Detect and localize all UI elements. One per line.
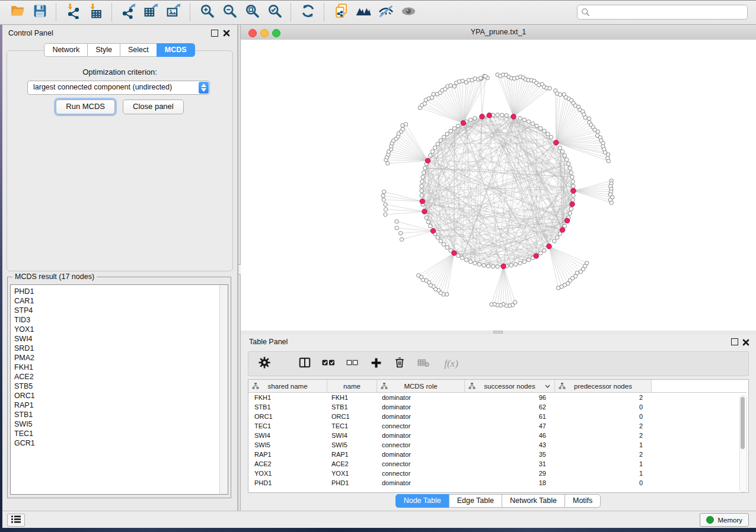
table-cell[interactable]: dominator [377,402,465,412]
task-history-button[interactable] [7,514,25,527]
table-cell[interactable]: SWI5 [327,440,377,450]
graph-node[interactable] [384,203,387,206]
table-cell[interactable]: 29 [465,469,555,478]
refresh-view-button[interactable] [296,2,319,23]
float-panel-icon[interactable] [211,30,218,37]
graph-node[interactable] [401,127,404,131]
graph-node[interactable] [384,213,387,216]
table-cell[interactable]: 47 [465,421,555,431]
graph-node[interactable] [556,286,560,290]
table-cell[interactable]: connector [377,421,465,431]
table-cell[interactable]: ORC1 [248,412,327,421]
graph-node[interactable] [505,114,508,117]
graph-node[interactable] [420,180,424,183]
zoom-in-button[interactable] [196,2,218,23]
save-session-button[interactable] [28,2,51,23]
mcds-result-item[interactable]: YOX1 [11,325,219,334]
graph-node[interactable] [457,254,460,257]
mcds-dominator-node[interactable] [554,140,559,145]
table-cell[interactable]: dominator [377,393,465,402]
graph-node[interactable] [563,153,566,157]
graph-node[interactable] [420,194,423,197]
table-settings-button[interactable] [256,355,273,373]
graph-node[interactable] [569,171,573,174]
graph-node[interactable] [522,260,526,264]
graph-node[interactable] [543,129,546,133]
table-cell[interactable]: connector [377,440,465,450]
graph-node[interactable] [596,130,599,133]
graph-node[interactable] [572,184,575,188]
table-cell[interactable]: 1 [555,459,652,469]
mcds-result-item[interactable]: RAP1 [11,400,219,410]
mcds-dominator-node[interactable] [480,114,484,119]
graph-node[interactable] [429,224,432,227]
tab-style[interactable]: Style [87,43,120,57]
table-row[interactable]: RAP1RAP1dominator352 [248,450,748,459]
table-cell[interactable]: TEC1 [327,421,377,431]
mcds-result-item[interactable]: PHD1 [11,287,219,296]
table-scrollbar[interactable] [739,395,747,492]
table-cell[interactable]: connector [377,459,465,469]
delete-column-button[interactable] [391,355,409,373]
table-cell[interactable]: 31 [465,459,555,469]
mcds-result-item[interactable]: ORC1 [11,391,219,400]
column-visibility-button[interactable] [296,355,314,373]
tab-node-table[interactable]: Node Table [395,494,449,508]
graph-node[interactable] [426,220,430,223]
table-cell[interactable]: STB1 [248,402,327,412]
mcds-dominator-node[interactable] [501,264,506,268]
graph-node[interactable] [571,180,575,183]
graph-node[interactable] [445,246,449,249]
column-header-name[interactable]: name [327,380,377,393]
graph-node[interactable] [543,249,546,252]
mcds-result-item[interactable]: CAR1 [11,296,219,306]
graph-node[interactable] [468,118,472,121]
table-cell[interactable]: 0 [555,478,652,488]
graph-node[interactable] [583,116,587,119]
graph-node[interactable] [442,242,445,246]
table-row[interactable]: ACE2ACE2connector311 [248,459,748,469]
mcds-result-item[interactable]: SWI5 [11,419,219,429]
tab-motifs[interactable]: Motifs [564,494,601,508]
table-cell[interactable]: SWI4 [248,431,327,440]
table-cell[interactable]: dominator [377,431,465,440]
open-file-button[interactable] [6,2,28,23]
graph-node[interactable] [417,274,420,277]
zoom-selected-button[interactable] [263,2,286,23]
mcds-dominator-node[interactable] [570,202,575,207]
mcds-result-item[interactable]: STP4 [11,306,219,315]
mcds-dominator-node[interactable] [487,113,492,118]
graph-node[interactable] [496,113,499,117]
export-network-button[interactable] [117,2,140,23]
mcds-result-item[interactable]: PMA2 [11,353,219,363]
graph-node[interactable] [484,75,487,78]
table-cell[interactable]: 2 [555,393,652,402]
graph-node[interactable] [531,122,534,126]
graph-node[interactable] [558,146,562,149]
table-cell[interactable]: 35 [465,450,555,459]
table-cell[interactable]: YOX1 [248,469,327,478]
graph-node[interactable] [449,84,452,87]
table-cell[interactable]: STB1 [327,402,377,412]
table-cell[interactable]: 61 [465,412,555,421]
graph-node[interactable] [439,239,442,243]
mcds-result-item[interactable]: STB1 [11,410,219,419]
graph-node[interactable] [430,150,434,153]
graph-node[interactable] [539,127,543,130]
graph-node[interactable] [400,238,403,241]
table-row[interactable]: PHD1PHD1dominator180 [248,478,748,488]
graph-node[interactable] [395,220,398,223]
graph-node[interactable] [445,293,449,296]
table-row[interactable]: STB1STB1dominator620 [248,402,748,412]
graph-node[interactable] [607,159,610,163]
graph-node[interactable] [422,171,426,174]
mcds-dominator-node[interactable] [422,209,427,214]
mcds-result-list[interactable]: PHD1CAR1STP4TID3YOX1SWI4SRD1PMA2FKH1ACE2… [10,284,228,495]
table-cell[interactable]: 46 [465,431,555,440]
table-scrollbar-thumb[interactable] [741,397,745,449]
tab-network-table[interactable]: Network Table [502,494,565,508]
table-cell[interactable]: 62 [465,402,555,412]
graph-node[interactable] [468,260,472,264]
close-panel-icon[interactable] [742,338,749,345]
graph-node[interactable] [395,226,398,230]
